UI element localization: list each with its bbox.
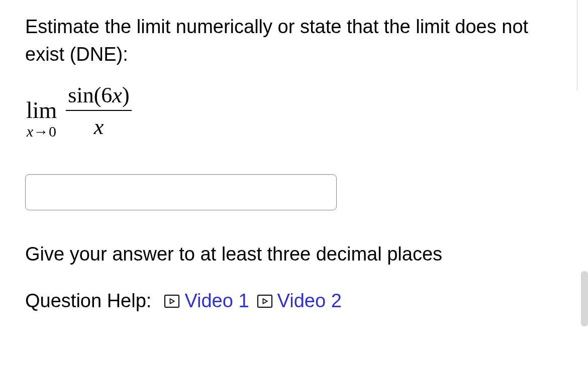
video-1-label: Video 1	[184, 287, 249, 315]
play-icon	[257, 295, 272, 308]
fraction: sin(6x) x	[66, 83, 131, 139]
limit-operator: lim x→0	[26, 99, 57, 139]
numerator: sin(6x)	[66, 83, 131, 109]
panel-edge	[577, 0, 588, 90]
scrollbar-thumb[interactable]	[581, 271, 588, 326]
denominator: x	[92, 111, 106, 139]
lim-subscript: x→0	[27, 124, 57, 139]
help-label: Question Help:	[25, 287, 151, 315]
video-1-link[interactable]: Video 1	[164, 287, 249, 315]
limit-expression: lim x→0 sin(6x) x	[26, 98, 563, 139]
question-content: Estimate the limit numerically or state …	[0, 0, 588, 315]
video-2-link[interactable]: Video 2	[257, 287, 342, 315]
svg-marker-0	[170, 299, 174, 304]
question-prompt: Estimate the limit numerically or state …	[25, 13, 563, 68]
svg-marker-1	[263, 299, 267, 304]
answer-instruction: Give your answer to at least three decim…	[25, 240, 563, 268]
video-2-label: Video 2	[277, 287, 342, 315]
question-help-row: Question Help: Video 1 Video 2	[25, 287, 563, 315]
lim-text: lim	[26, 99, 57, 122]
answer-input[interactable]	[25, 174, 337, 210]
play-icon	[164, 295, 179, 308]
